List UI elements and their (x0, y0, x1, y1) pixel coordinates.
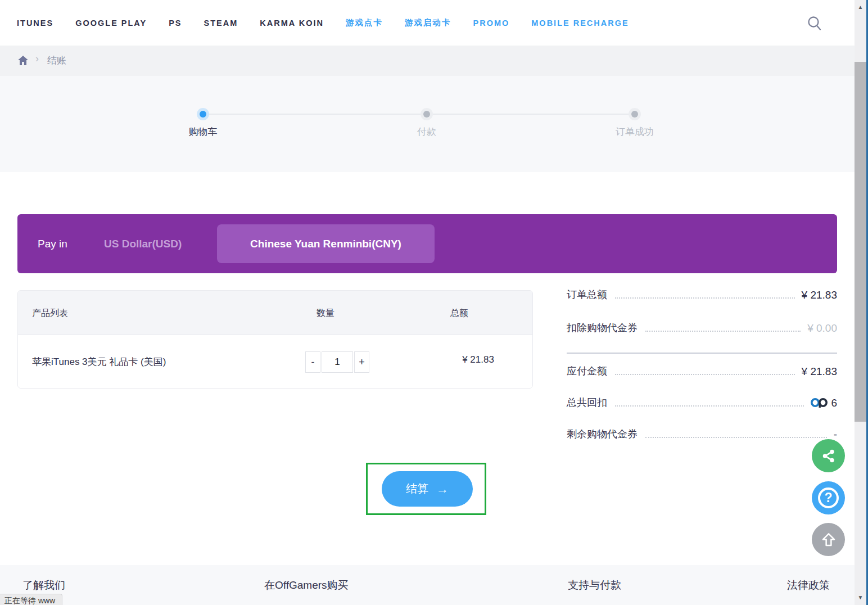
nav-promo[interactable]: PROMO (473, 19, 510, 28)
checkout-progress: 购物车 付款 订单成功 (0, 76, 868, 172)
top-navigation: ITUNES GOOGLE PLAY PS STEAM KARMA KOIN 游… (0, 0, 868, 46)
total-rebate-label: 总共回扣 (567, 396, 607, 409)
dotted-leader (615, 297, 795, 299)
dotted-leader (645, 331, 801, 332)
currency-selector-bar: Pay in US Dollar(USD) Chinese Yuan Renmi… (17, 214, 837, 273)
column-header-total: 总额 (450, 308, 468, 319)
nav-game-cards[interactable]: 游戏点卡 (346, 17, 383, 28)
nav-steam[interactable]: STEAM (204, 19, 238, 28)
pay-in-label: Pay in (38, 214, 67, 273)
step-label-cart: 购物车 (189, 125, 218, 138)
currency-option-cny-selected[interactable]: Chinese Yuan Renminbi(CNY) (217, 224, 435, 263)
breadcrumb-chevron-icon: › (35, 53, 39, 65)
dotted-leader (615, 374, 795, 375)
nav-items: ITUNES GOOGLE PLAY PS STEAM KARMA KOIN 游… (17, 0, 629, 46)
progress-line (203, 114, 635, 115)
search-icon[interactable] (806, 15, 823, 32)
step-dot-success (629, 108, 641, 120)
nav-google-play[interactable]: GOOGLE PLAY (75, 19, 147, 28)
summary-row-order-total: 订单总额 ¥ 21.83 (567, 288, 837, 301)
checkout-button-label: 结算 (406, 481, 428, 496)
footer-support-payment[interactable]: 支持与付款 (568, 578, 621, 593)
summary-row-total-rebate: 总共回扣 6 (567, 396, 837, 409)
summary-row-remaining-voucher: 剩余购物代金券 - (567, 427, 837, 441)
nav-mobile-recharge[interactable]: MOBILE RECHARGE (531, 19, 629, 28)
quantity-decrease-button[interactable]: - (305, 351, 320, 373)
scrollbar-up-icon[interactable]: ▲ (855, 4, 866, 10)
voucher-deduct-value: ¥ 0.00 (807, 322, 837, 335)
scrollbar-down-icon[interactable]: ▼ (855, 594, 866, 601)
help-button[interactable]: ? (812, 481, 845, 514)
nav-ps[interactable]: PS (169, 19, 182, 28)
summary-row-voucher-deduct: 扣除购物代金券 ¥ 0.00 (567, 321, 837, 335)
footer: 了解我们 在OffGamers购买 支持与付款 法律政策 (0, 565, 868, 605)
up-arrow-icon (820, 531, 837, 548)
summary-row-amount-payable: 应付金额 ¥ 21.83 (567, 364, 837, 378)
nav-itunes[interactable]: ITUNES (17, 19, 53, 28)
question-mark-icon: ? (818, 487, 839, 508)
footer-about-us[interactable]: 了解我们 (22, 578, 65, 593)
product-name: 苹果iTunes 3美元 礼品卡 (美国) (32, 355, 166, 368)
row-total-price: ¥ 21.83 (440, 354, 516, 365)
breadcrumb: › 结账 (0, 46, 868, 76)
share-button[interactable] (812, 439, 845, 472)
op-points-logo-icon (811, 397, 830, 408)
cart-table: 产品列表 数量 总额 苹果iTunes 3美元 礼品卡 (美国) - + ¥ 2… (17, 290, 533, 389)
cart-table-header: 产品列表 数量 总额 (18, 291, 532, 335)
amount-payable-value: ¥ 21.83 (802, 365, 837, 378)
cart-item-row: 苹果iTunes 3美元 礼品卡 (美国) - + ¥ 21.83 (18, 335, 532, 389)
step-label-success: 订单成功 (616, 125, 654, 138)
total-rebate-number: 6 (831, 397, 837, 409)
quantity-stepper: - + (305, 351, 369, 373)
scrollbar-thumb[interactable] (855, 62, 866, 422)
quantity-increase-button[interactable]: + (354, 351, 369, 373)
remaining-voucher-value: - (834, 428, 837, 441)
column-header-quantity: 数量 (317, 308, 334, 319)
step-label-payment: 付款 (417, 125, 436, 138)
breadcrumb-current: 结账 (47, 54, 66, 67)
amount-payable-label: 应付金额 (567, 364, 607, 378)
summary-divider (567, 353, 837, 354)
browser-status-bubble: 正在等待 www (0, 594, 62, 605)
dotted-leader (645, 437, 827, 438)
order-total-value: ¥ 21.83 (802, 289, 837, 301)
checkout-button[interactable]: 结算 → (382, 471, 473, 507)
nav-game-launch-cards[interactable]: 游戏启动卡 (405, 17, 451, 28)
nav-karma-koin[interactable]: KARMA KOIN (260, 19, 324, 28)
order-total-label: 订单总额 (567, 288, 607, 301)
checkout-page: ITUNES GOOGLE PLAY PS STEAM KARMA KOIN 游… (0, 0, 868, 605)
share-icon (820, 448, 837, 464)
remaining-voucher-label: 剩余购物代金券 (567, 427, 638, 441)
footer-legal-policy[interactable]: 法律政策 (787, 578, 830, 593)
footer-buy-at-offgamers[interactable]: 在OffGamers购买 (264, 578, 349, 593)
step-dot-cart (197, 108, 209, 120)
step-dot-payment (421, 108, 433, 120)
arrow-right-icon: → (436, 482, 449, 496)
quantity-input[interactable] (322, 351, 353, 373)
vertical-scrollbar[interactable]: ▲ ▼ (855, 0, 866, 605)
currency-option-usd[interactable]: US Dollar(USD) (104, 214, 182, 273)
column-header-product: 产品列表 (32, 308, 68, 319)
home-icon[interactable] (17, 55, 29, 66)
back-to-top-button[interactable] (812, 523, 845, 556)
total-rebate-value: 6 (811, 397, 837, 409)
dotted-leader (615, 405, 804, 407)
voucher-deduct-label: 扣除购物代金券 (567, 321, 638, 335)
